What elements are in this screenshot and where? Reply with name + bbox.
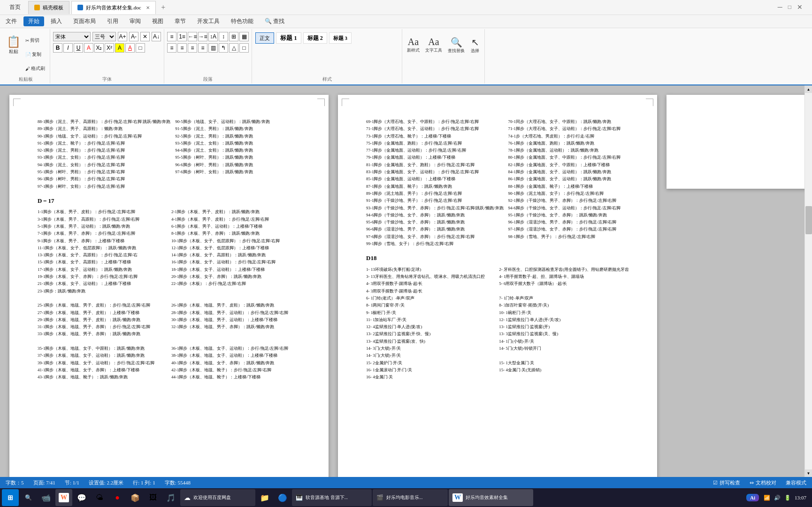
text-box-button[interactable]: □: [239, 43, 249, 53]
menu-home[interactable]: 开始: [23, 16, 44, 26]
taskbar-app-thunder[interactable]: 📹: [38, 489, 54, 506]
close-button[interactable]: ✕: [797, 3, 803, 11]
align-left-button[interactable]: ≡: [167, 43, 176, 53]
cut-icon: ✂: [25, 38, 29, 43]
close-icon[interactable]: ✕: [146, 5, 150, 10]
sound-icon[interactable]: 🔊: [774, 495, 781, 501]
borders-button[interactable]: ⊞: [229, 32, 238, 41]
menu-file[interactable]: 文件: [0, 15, 23, 27]
char-count-status: 字数: 55448: [165, 479, 191, 486]
scroll-thumb[interactable]: [805, 206, 812, 234]
italic-button[interactable]: I: [63, 43, 73, 53]
taskbar-app-5[interactable]: ●: [109, 489, 126, 506]
taskbar-app-6[interactable]: 📦: [127, 489, 144, 506]
text-style-button[interactable]: A↓: [152, 32, 161, 41]
decrease-indent-button[interactable]: ←≡: [188, 32, 197, 41]
compare-icon: ⇔: [750, 480, 754, 486]
format-paint-button[interactable]: 🖌 格式刷: [23, 62, 47, 75]
taskbar-movie-app[interactable]: 🎬 好乐均电影音乐...: [373, 489, 448, 506]
style-h1[interactable]: 标题 1: [276, 32, 301, 44]
taskbar-files[interactable]: 📁: [256, 489, 273, 506]
shading-button[interactable]: ▦: [239, 32, 249, 41]
menu-insert[interactable]: 插入: [45, 15, 68, 27]
scroll-track[interactable]: [805, 93, 812, 469]
find-replace-button[interactable]: 🔍 查找替换: [446, 32, 467, 58]
clipboard-label: 粘贴板: [19, 75, 33, 83]
simple-mode-status[interactable]: 兼容模式: [786, 479, 806, 486]
vertical-scrollbar[interactable]: ▲ ▼: [804, 85, 812, 477]
settings-status: 设置值: 2.2厘米: [89, 479, 124, 486]
superscript-button[interactable]: X²: [105, 43, 114, 53]
new-tab-button[interactable]: +: [158, 2, 169, 13]
taskbar-app-wechat[interactable]: 💬: [73, 489, 90, 506]
minimize-button[interactable]: ─: [778, 4, 782, 11]
taskbar-app-7[interactable]: 🖼: [145, 489, 161, 506]
align-right-button[interactable]: ≡: [188, 43, 197, 53]
start-button[interactable]: ⊞: [2, 489, 19, 506]
maximize-button[interactable]: □: [788, 4, 791, 11]
font-color-button[interactable]: A: [125, 43, 135, 53]
paste-button[interactable]: 📋 粘贴: [5, 32, 23, 58]
scroll-up-arrow[interactable]: ▲: [805, 85, 812, 93]
scroll-down-arrow[interactable]: ▼: [805, 469, 812, 477]
menu-page-layout[interactable]: 页面布局: [68, 15, 101, 27]
text-compare-status[interactable]: ⇔ 文档校对: [750, 479, 776, 486]
network-icon[interactable]: 📶: [764, 495, 770, 501]
page7-top-content: 88-1脚步（泥土、男子、高跟鞋）：步行/拖足/左脚/右脚 跳跃/懒跑/奔跑 8…: [38, 118, 300, 190]
taskbar-app-browser[interactable]: 🔵: [274, 489, 291, 506]
columns-button[interactable]: ▥: [208, 43, 218, 53]
taskbar-baidu-pan[interactable]: ☁ 欢迎使用百度网盘: [180, 489, 255, 506]
taskbar-music-app[interactable]: 🎹 软音源基地 音源下...: [292, 489, 372, 506]
taskbar-wps-doc[interactable]: W 好乐均音效素材全集: [449, 489, 533, 506]
menu-developer[interactable]: 开发工具: [192, 15, 225, 27]
bold-button[interactable]: B: [53, 43, 62, 53]
increase-indent-button[interactable]: →≡: [198, 32, 207, 41]
doc-tab-2[interactable]: 好乐均音效素材全集.doc ✕: [71, 1, 156, 14]
text-direction-button[interactable]: ↰: [219, 43, 228, 53]
style-normal[interactable]: 正文: [255, 32, 274, 44]
menu-find[interactable]: 🔍查找: [259, 15, 290, 27]
writing-tools-button[interactable]: Aa 文字工具: [423, 32, 444, 58]
font-name-select[interactable]: 宋体: [53, 32, 91, 41]
subscript-button[interactable]: X₂: [94, 43, 104, 53]
taskbar-app-wps-office[interactable]: W: [55, 489, 72, 506]
spell-check-status[interactable]: ☑ 拼写检查: [713, 479, 740, 486]
document-area[interactable]: 88-1脚步（泥土、男子、高跟鞋）：步行/拖足/左脚/右脚 跳跃/懒跑/奔跑 8…: [0, 85, 804, 477]
cut-button[interactable]: ✂ 剪切: [23, 34, 41, 47]
underline-button[interactable]: U: [74, 43, 83, 53]
d18-title: D18: [366, 253, 629, 263]
home-tab[interactable]: 首页: [4, 1, 26, 14]
select-icon: ↖: [471, 37, 479, 48]
line-spacing-button[interactable]: ↕: [219, 32, 228, 41]
menu-references[interactable]: 引用: [101, 15, 124, 27]
menu-review[interactable]: 审阅: [124, 15, 146, 27]
bullet-list-button[interactable]: ≡: [167, 32, 176, 41]
ai-button[interactable]: Ai: [746, 494, 759, 501]
copy-button[interactable]: 📄 复制: [23, 48, 43, 61]
numbered-list-button[interactable]: 1≡: [177, 32, 187, 41]
menu-chapters[interactable]: 章节: [169, 15, 192, 27]
color-button[interactable]: A: [84, 43, 93, 53]
taskbar-search[interactable]: 🔍: [20, 489, 37, 506]
new-style-button[interactable]: Aa 新样式: [405, 32, 421, 58]
style-h2[interactable]: 标题 2: [303, 32, 327, 44]
taskbar-app-4[interactable]: 🌤: [91, 489, 108, 506]
border-button[interactable]: □: [136, 43, 145, 53]
taskbar-app-8[interactable]: 🎵: [162, 489, 179, 506]
doc-tab-1[interactable]: 稿壳模板: [28, 1, 69, 14]
increase-font-button[interactable]: A+: [118, 32, 127, 41]
align-justify-button[interactable]: ≡: [198, 43, 207, 53]
clear-format-button[interactable]: ✕: [140, 32, 150, 41]
sort-button[interactable]: ↕A: [208, 32, 218, 41]
highlight-button[interactable]: A: [115, 43, 124, 53]
menu-view[interactable]: 视图: [146, 15, 169, 27]
decrease-font-button[interactable]: A-: [129, 32, 138, 41]
align-center-button[interactable]: ≡: [177, 43, 187, 53]
drawing-button[interactable]: △: [229, 43, 238, 53]
font-size-select[interactable]: 三号: [92, 32, 116, 41]
paste-icon: 📋: [7, 35, 21, 48]
select-button[interactable]: ↖ 选择: [468, 32, 482, 58]
page8-top-content: 69-1脚步（大理石地、女子、中跟鞋）：步行/拖足/左脚/右脚 71-1脚步（大…: [366, 118, 629, 247]
style-h3[interactable]: 标题 3: [329, 32, 352, 44]
menu-special[interactable]: 特色功能: [225, 15, 259, 27]
